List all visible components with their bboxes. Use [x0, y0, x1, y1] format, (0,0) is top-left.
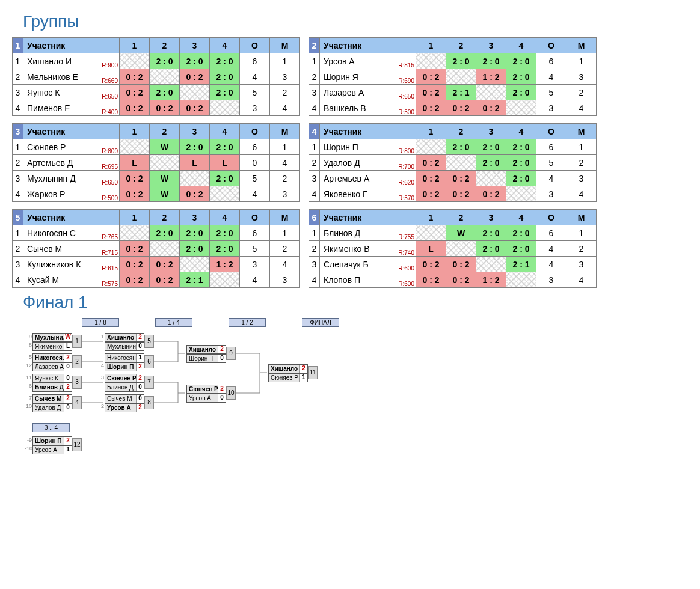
bracket-player-name: Шорин П — [187, 355, 218, 362]
header-col: 2 — [446, 38, 476, 53]
table-row: 2Якименко ВR:740L2 : 02 : 042 — [309, 241, 597, 257]
bracket-player: Шорин П0 — [186, 354, 226, 363]
player-index: 4 — [13, 186, 23, 202]
place-m: 3 — [270, 186, 300, 202]
score-cell — [180, 257, 210, 272]
score-cell: 0 : 2 — [120, 85, 150, 100]
match-number: 11 — [308, 366, 318, 379]
place-m: 1 — [566, 139, 597, 155]
header-col: 1 — [120, 124, 150, 139]
group-table: 3Участник1234ОМ1Сюняев РR:800W2 : 02 : 0… — [12, 123, 300, 202]
place-m: 1 — [270, 139, 300, 155]
bracket-player: Хишанло И2 — [268, 364, 308, 373]
score-cell: 2 : 0 — [210, 69, 240, 85]
header-col: 1 — [416, 210, 446, 225]
place-m: 1 — [270, 225, 300, 241]
player-name: Сюняев РR:800 — [23, 139, 120, 155]
score-cell: 2 : 0 — [180, 53, 210, 69]
round-label: 1 / 8 — [82, 318, 119, 327]
player-index: 1 — [309, 53, 320, 69]
bracket-player-name: Яунюс К — [33, 374, 64, 382]
table-row: 4Жарков РR:5000 : 2W0 : 243 — [13, 186, 300, 202]
points-o: 5 — [240, 85, 270, 100]
bracket-player-score: 2 — [64, 354, 72, 362]
score-cell: 0 : 2 — [120, 272, 150, 288]
score-cell: 2 : 0 — [476, 225, 506, 241]
seed-number: 7 — [25, 395, 32, 401]
page-title-final: Финал 1 — [23, 293, 688, 312]
score-cell: 0 : 2 — [150, 272, 180, 288]
table-row: 4Кусай МR:5750 : 20 : 22 : 143 — [13, 272, 300, 288]
place-m: 2 — [566, 85, 597, 100]
match-number: 2 — [72, 355, 82, 368]
bracket-player: Яунюс К0 — [32, 374, 72, 383]
score-cell: W — [446, 225, 476, 241]
player-rating: R:690 — [398, 78, 414, 84]
player-rating: R:815 — [398, 62, 414, 69]
score-cell: 2 : 0 — [476, 241, 506, 257]
score-cell: 0 : 2 — [416, 186, 446, 202]
points-o: 3 — [240, 100, 270, 116]
bracket-match: Сычев М02Урсов А28 — [105, 394, 144, 412]
bracket-player-name: Мухлыни... — [33, 334, 64, 341]
score-cell: 2 : 0 — [210, 85, 240, 100]
score-cell: 0 : 2 — [120, 241, 150, 257]
place-m: 3 — [566, 171, 597, 186]
score-cell: L — [180, 155, 210, 171]
score-cell: W — [150, 171, 180, 186]
score-cell: 2 : 0 — [506, 171, 536, 186]
player-index: 1 — [13, 225, 23, 241]
player-index: 3 — [309, 85, 320, 100]
bracket-player: Урсов А1 — [32, 445, 72, 454]
seed-number: 8 — [25, 342, 32, 348]
seed-number: 2 — [97, 403, 104, 409]
player-index: 4 — [309, 100, 320, 116]
table-row: 4Клопов ПR:6000 : 20 : 21 : 234 — [309, 272, 597, 288]
table-row: 1Сюняев РR:800W2 : 02 : 061 — [13, 139, 300, 155]
points-o: 5 — [536, 85, 566, 100]
bracket-player-name: Сычев М — [105, 395, 136, 403]
score-cell — [476, 85, 506, 100]
player-rating: R:900 — [102, 62, 118, 69]
groups-container: 1Участник1234ОМ1Хишанло ИR:9002 : 02 : 0… — [12, 37, 698, 288]
player-index: 1 — [13, 139, 23, 155]
table-row: 4Вашкель ВR:5000 : 20 : 20 : 234 — [309, 100, 597, 116]
score-cell: 0 : 2 — [416, 100, 446, 116]
place-m: 2 — [566, 241, 597, 257]
score-cell: 2 : 0 — [476, 139, 506, 155]
bracket-player-score: L — [64, 343, 72, 350]
score-cell — [446, 241, 476, 257]
score-cell: 2 : 0 — [476, 155, 506, 171]
bracket-player-name: Блинов Д — [105, 383, 136, 391]
player-rating: R:500 — [102, 195, 118, 201]
match-number: 12 — [72, 438, 82, 451]
header-o: О — [536, 124, 566, 139]
score-cell — [506, 100, 536, 116]
match-number: 3 — [72, 376, 82, 389]
player-index: 2 — [13, 155, 23, 171]
bracket-player-name: Лазарев А — [33, 363, 64, 371]
points-o: 0 — [240, 155, 270, 171]
seed-number: 6 — [25, 383, 32, 389]
group-table: 2Участник1234ОМ1Урсов АR:8152 : 02 : 02 … — [309, 37, 597, 116]
player-index: 2 — [13, 241, 23, 257]
group-table: 5Участник1234ОМ1Никогосян СR:7652 : 02 :… — [12, 209, 300, 288]
bracket-player-score: 0 — [136, 383, 144, 391]
points-o: 4 — [240, 69, 270, 85]
bracket-player: Сычев М2 — [32, 394, 72, 403]
bracket-match: Сюняев Р2Урсов А010 — [186, 385, 226, 403]
table-row: 3Кулижников КR:6150 : 20 : 21 : 234 — [13, 257, 300, 272]
bracket-player-name: Сюняев Р — [105, 374, 136, 382]
player-name: Клопов ПR:600 — [320, 272, 416, 288]
header-o: О — [240, 38, 270, 53]
round-label: 1 / 4 — [155, 318, 192, 327]
bracket-player-score: 0 — [218, 355, 226, 362]
bracket-player-name: Удалов Д — [33, 404, 64, 412]
score-cell: 2 : 0 — [506, 139, 536, 155]
score-cell: 2 : 0 — [506, 69, 536, 85]
place-m: 4 — [566, 100, 597, 116]
score-cell: 0 : 2 — [446, 186, 476, 202]
place-m: 2 — [270, 241, 300, 257]
score-cell: 2 : 0 — [506, 155, 536, 171]
bracket-player: Блинов Д2 — [32, 383, 72, 392]
